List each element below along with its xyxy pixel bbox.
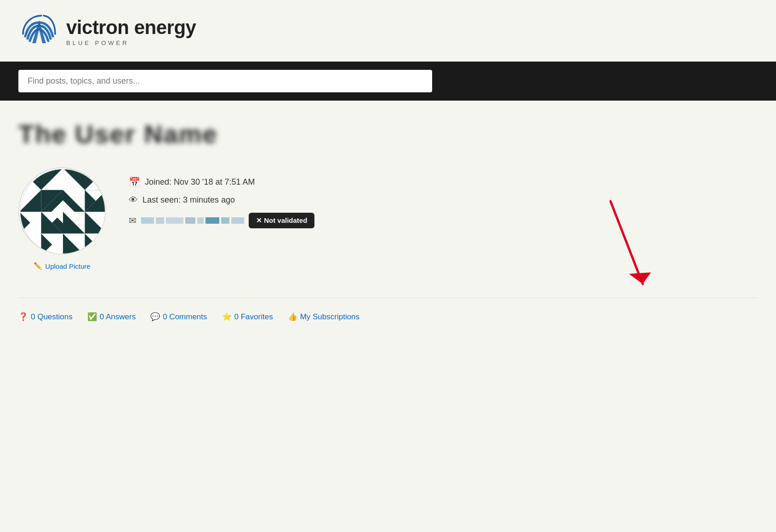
question-icon: ❓ bbox=[18, 312, 28, 322]
user-title: The User Name bbox=[18, 119, 758, 149]
svg-marker-33 bbox=[629, 272, 651, 284]
profile-section: ✏️ Upload Picture 📅 Joined: Nov 30 '18 a… bbox=[18, 167, 758, 270]
subscriptions-link[interactable]: 👍 My Subscriptions bbox=[288, 312, 359, 322]
check-icon: ✅ bbox=[87, 312, 97, 322]
stats-row: ❓ 0 Questions ✅ 0 Answers 💬 0 Comments ⭐… bbox=[18, 298, 758, 322]
email-blurred bbox=[141, 217, 244, 224]
search-input[interactable] bbox=[18, 70, 432, 92]
brand-name: victron energy bbox=[66, 17, 196, 38]
favorites-label: 0 Favorites bbox=[234, 312, 273, 322]
victron-logo-icon bbox=[18, 11, 60, 52]
logo-container: victron energy BLUE POWER bbox=[18, 11, 196, 52]
questions-label: 0 Questions bbox=[31, 312, 73, 322]
avatar-image bbox=[19, 168, 106, 255]
edit-icon: ✏️ bbox=[34, 262, 42, 270]
avatar bbox=[18, 167, 106, 255]
thumb-icon: 👍 bbox=[288, 312, 297, 322]
subscriptions-label: My Subscriptions bbox=[300, 312, 359, 322]
email-row: ✉ ✕ Not validated bbox=[129, 213, 314, 228]
upload-picture-link[interactable]: ✏️ Upload Picture bbox=[34, 262, 90, 270]
questions-link[interactable]: ❓ 0 Questions bbox=[18, 312, 73, 322]
last-seen-row: 👁 Last seen: 3 minutes ago bbox=[129, 195, 314, 205]
comment-icon: 💬 bbox=[150, 312, 160, 322]
comments-link[interactable]: 💬 0 Comments bbox=[150, 312, 207, 322]
joined-text: Joined: Nov 30 '18 at 7:51 AM bbox=[145, 177, 255, 187]
not-validated-badge: ✕ Not validated bbox=[249, 213, 314, 228]
upload-picture-label: Upload Picture bbox=[45, 262, 90, 270]
stats-annotation-wrapper: ❓ 0 Questions ✅ 0 Answers 💬 0 Comments ⭐… bbox=[18, 298, 758, 322]
calendar-icon: 📅 bbox=[129, 176, 140, 187]
envelope-icon: ✉ bbox=[129, 215, 137, 226]
joined-row: 📅 Joined: Nov 30 '18 at 7:51 AM bbox=[129, 176, 314, 187]
last-seen-text: Last seen: 3 minutes ago bbox=[143, 195, 235, 205]
not-validated-label: ✕ Not validated bbox=[256, 216, 307, 225]
eye-icon: 👁 bbox=[129, 195, 138, 205]
avatar-column: ✏️ Upload Picture bbox=[18, 167, 106, 270]
logo-text: victron energy BLUE POWER bbox=[66, 17, 196, 46]
main-content: The User Name bbox=[0, 101, 776, 340]
favorites-link[interactable]: ⭐ 0 Favorites bbox=[222, 312, 273, 322]
star-icon: ⭐ bbox=[222, 312, 232, 322]
profile-info: 📅 Joined: Nov 30 '18 at 7:51 AM 👁 Last s… bbox=[129, 167, 314, 228]
answers-label: 0 Answers bbox=[100, 312, 136, 322]
site-header: victron energy BLUE POWER bbox=[0, 0, 776, 62]
brand-tagline: BLUE POWER bbox=[66, 40, 196, 46]
search-bar-wrapper bbox=[0, 62, 776, 101]
comments-label: 0 Comments bbox=[163, 312, 207, 322]
answers-link[interactable]: ✅ 0 Answers bbox=[87, 312, 136, 322]
